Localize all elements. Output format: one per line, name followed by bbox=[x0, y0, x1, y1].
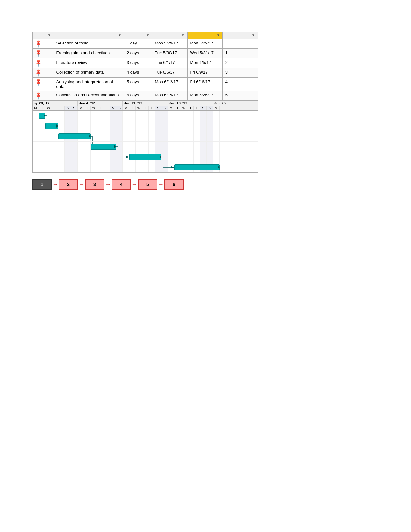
gantt-week-cell: Jun 25 bbox=[213, 101, 226, 106]
gantt-bar-1 bbox=[39, 113, 45, 119]
task-name-cell: Framing aims and objectives bbox=[54, 49, 124, 58]
filter-arrow-taskmode[interactable]: ▼ bbox=[48, 34, 51, 37]
table-row: 📌 Literature review 3 days Thu 6/1/17 Mo… bbox=[33, 58, 258, 68]
gantt-header: ay 28, '17Jun 4, '17Jun 11, '17Jun 18, '… bbox=[33, 101, 258, 111]
task-duration-cell: 2 days bbox=[124, 49, 152, 58]
gantt-day-cell: S bbox=[65, 106, 71, 110]
gantt-day-cell: T bbox=[129, 106, 136, 110]
gantt-bar-4 bbox=[91, 144, 116, 150]
gantt-day-cell: M bbox=[213, 106, 220, 110]
task-mode-cell: 📌 bbox=[33, 68, 54, 78]
gantt-day-cell: F bbox=[103, 106, 110, 110]
gantt-row bbox=[33, 111, 258, 121]
filter-arrow-taskname[interactable]: ▼ bbox=[118, 34, 121, 37]
pin-icon: 📌 bbox=[34, 39, 43, 48]
gantt-week-cell: Jun 11, '17 bbox=[123, 101, 168, 106]
th-finish[interactable]: ▼ bbox=[187, 32, 222, 39]
seq-box-1: 1 bbox=[32, 179, 52, 190]
gantt-day-cell: T bbox=[142, 106, 149, 110]
gantt-day-cell: S bbox=[71, 106, 78, 110]
task-finish-cell: Fri 6/16/17 bbox=[187, 78, 222, 91]
gantt-day-cell: W bbox=[45, 106, 52, 110]
gantt-row bbox=[33, 162, 258, 172]
gantt-day-cell: S bbox=[110, 106, 116, 110]
table-row: 📌 Selection of topic 1 day Mon 5/29/17 M… bbox=[33, 39, 258, 49]
gantt-row bbox=[33, 131, 258, 142]
gantt-row bbox=[33, 142, 258, 152]
seq-arrow: → bbox=[132, 181, 137, 188]
task-pred-cell: 3 bbox=[222, 68, 258, 78]
th-start[interactable]: ▼ bbox=[152, 32, 187, 39]
filter-arrow-finish[interactable]: ▼ bbox=[217, 34, 220, 37]
task-start-cell: Tue 5/30/17 bbox=[152, 49, 187, 58]
task-finish-cell: Wed 5/31/17 bbox=[187, 49, 222, 58]
sequence-diagram: 1→2→3→4→5→6 bbox=[32, 179, 379, 190]
pin-icon: 📌 bbox=[34, 49, 43, 58]
task-pred-cell: 1 bbox=[222, 49, 258, 58]
gantt-day-cell: M bbox=[168, 106, 174, 110]
gantt-row bbox=[33, 152, 258, 162]
task-pred-cell: 2 bbox=[222, 58, 258, 68]
gantt-day-cell: T bbox=[84, 106, 91, 110]
task-name-cell: Literature review bbox=[54, 58, 124, 68]
task-finish-cell: Mon 6/26/17 bbox=[187, 91, 222, 101]
gantt-day-cell: T bbox=[187, 106, 194, 110]
table-row: 📌 Conclusion and Reccommdations 6 days M… bbox=[33, 91, 258, 101]
task-finish-cell: Mon 5/29/17 bbox=[187, 39, 222, 49]
task-start-cell: Mon 5/29/17 bbox=[152, 39, 187, 49]
gantt-bar-2 bbox=[45, 123, 58, 129]
task-mode-cell: 📌 bbox=[33, 91, 54, 101]
gantt-day-cell: T bbox=[97, 106, 103, 110]
gantt-day-cell: F bbox=[194, 106, 200, 110]
gantt-day-cell: S bbox=[155, 106, 161, 110]
filter-arrow-pred[interactable]: ▼ bbox=[252, 34, 255, 37]
filter-arrow-start[interactable]: ▼ bbox=[181, 34, 185, 37]
th-predecessors[interactable]: ▼ bbox=[222, 32, 258, 39]
task-pred-cell bbox=[222, 39, 258, 49]
table-row: 📌 Collection of primary data 4 days Tue … bbox=[33, 68, 258, 78]
task-name-cell: Analysing and interpretation of data bbox=[54, 78, 124, 91]
task-name-cell: Conclusion and Reccommdations bbox=[54, 91, 124, 101]
gantt-table: ▼ ▼ ▼ ▼ bbox=[32, 32, 258, 101]
seq-box-4: 4 bbox=[112, 179, 131, 190]
task-finish-cell: Fri 6/9/17 bbox=[187, 68, 222, 78]
gantt-day-cell: M bbox=[78, 106, 84, 110]
gantt-chart: ay 28, '17Jun 4, '17Jun 11, '17Jun 18, '… bbox=[32, 101, 258, 173]
gantt-day-cell: S bbox=[207, 106, 213, 110]
seq-box-3: 3 bbox=[85, 179, 104, 190]
gantt-day-cell: S bbox=[200, 106, 207, 110]
task-pred-cell: 4 bbox=[222, 78, 258, 91]
gantt-week-cell: ay 28, '17 bbox=[33, 101, 78, 106]
task-mode-cell: 📌 bbox=[33, 49, 54, 58]
gantt-day-cell: W bbox=[91, 106, 97, 110]
filter-arrow-duration[interactable]: ▼ bbox=[146, 34, 149, 37]
th-taskmode[interactable]: ▼ bbox=[33, 32, 54, 39]
th-taskname[interactable]: ▼ bbox=[54, 32, 124, 39]
seq-arrow: → bbox=[79, 181, 84, 188]
task-duration-cell: 3 days bbox=[124, 58, 152, 68]
task-mode-cell: 📌 bbox=[33, 39, 54, 49]
gantt-bar-6 bbox=[174, 164, 220, 170]
gantt-day-cell: T bbox=[39, 106, 45, 110]
gantt-day-cell: S bbox=[116, 106, 123, 110]
task-start-cell: Tue 6/6/17 bbox=[152, 68, 187, 78]
th-duration[interactable]: ▼ bbox=[124, 32, 152, 39]
task-duration-cell: 4 days bbox=[124, 68, 152, 78]
seq-arrow: → bbox=[105, 181, 111, 188]
gantt-day-cell: M bbox=[33, 106, 39, 110]
task-duration-cell: 1 day bbox=[124, 39, 152, 49]
gantt-day-cell: F bbox=[58, 106, 65, 110]
gantt-bar-3 bbox=[58, 133, 91, 139]
task-start-cell: Mon 6/19/17 bbox=[152, 91, 187, 101]
gantt-week-cell: Jun 4, '17 bbox=[78, 101, 123, 106]
seq-box-2: 2 bbox=[59, 179, 78, 190]
task-finish-cell: Mon 6/5/17 bbox=[187, 58, 222, 68]
table-row: 📌 Analysing and interpretation of data 5… bbox=[33, 78, 258, 91]
seq-arrow: → bbox=[158, 181, 164, 188]
gantt-day-cell: S bbox=[161, 106, 168, 110]
task-start-cell: Mon 6/12/17 bbox=[152, 78, 187, 91]
gantt-bar-5 bbox=[129, 154, 161, 160]
pin-icon: 📌 bbox=[34, 59, 43, 68]
gantt-day-cell: T bbox=[52, 106, 58, 110]
seq-box-6: 6 bbox=[164, 179, 184, 190]
